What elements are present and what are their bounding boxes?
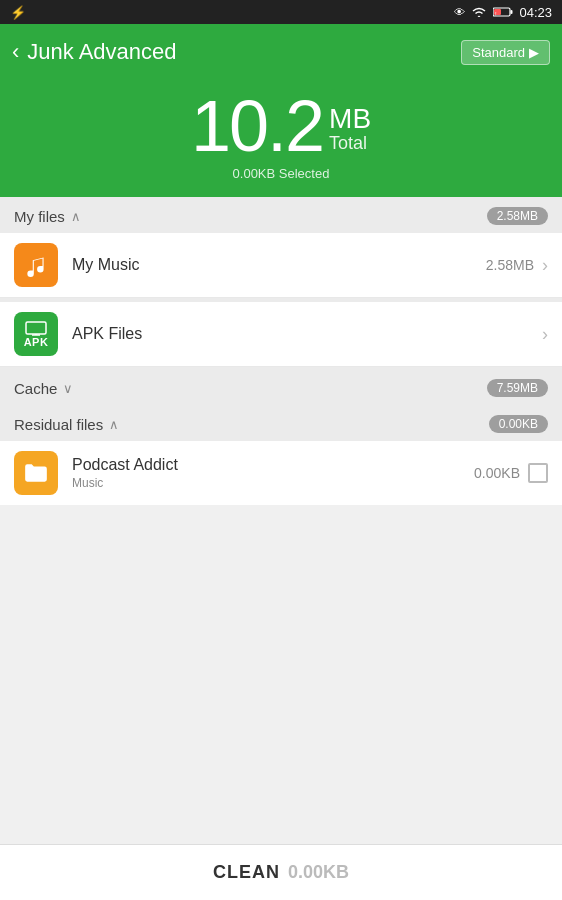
apk-icon: APK (14, 312, 58, 356)
hero-selected-label: 0.00KB Selected (233, 166, 330, 181)
hero-section: 10.2 MB Total 0.00KB Selected (0, 80, 562, 197)
my-music-item[interactable]: My Music 2.58MB › (0, 233, 562, 298)
my-music-name: My Music (72, 256, 486, 274)
hero-total-label: Total (329, 133, 367, 154)
residual-size-badge: 0.00KB (489, 415, 548, 433)
residual-files-section-header[interactable]: Residual files ∧ 0.00KB (0, 405, 562, 441)
apk-files-name: APK Files (72, 325, 542, 343)
apk-files-right: › (542, 324, 548, 345)
podcast-addict-sub: Music (72, 476, 474, 490)
standard-button[interactable]: Standard ▶ (461, 40, 550, 65)
cache-label-group: Cache ∨ (14, 380, 73, 397)
wifi-icon (471, 6, 487, 18)
apk-files-text: APK Files (72, 325, 542, 343)
podcast-addict-size: 0.00KB (474, 465, 520, 481)
apk-chevron-icon: › (542, 324, 548, 345)
cache-chevron: ∨ (63, 381, 73, 396)
clean-button-container[interactable]: CLEAN 0.00KB (0, 844, 562, 900)
my-files-size-badge: 2.58MB (487, 207, 548, 225)
podcast-addict-item[interactable]: Podcast Addict Music 0.00KB (0, 441, 562, 505)
clean-button-label: CLEAN (213, 862, 280, 883)
apk-files-item[interactable]: APK APK Files › (0, 302, 562, 367)
music-note-icon (23, 252, 49, 278)
my-files-chevron: ∧ (71, 209, 81, 224)
my-files-label-group: My files ∧ (14, 208, 81, 225)
residual-label: Residual files (14, 416, 103, 433)
residual-label-group: Residual files ∧ (14, 416, 119, 433)
back-button[interactable]: ‹ (12, 39, 19, 65)
cache-label: Cache (14, 380, 57, 397)
my-music-text: My Music (72, 256, 486, 274)
my-files-label: My files (14, 208, 65, 225)
battery-icon: ! (493, 7, 513, 17)
chevron-right-icon: ▶ (529, 45, 539, 60)
podcast-addict-icon (14, 451, 58, 495)
svg-rect-4 (26, 322, 46, 334)
clean-button-size: 0.00KB (288, 862, 349, 883)
folder-icon (23, 460, 49, 486)
content-area: My files ∧ 2.58MB My Music 2.58MB › AP (0, 197, 562, 505)
hero-number: 10.2 (191, 90, 323, 162)
hero-size-display: 10.2 MB Total (191, 90, 371, 162)
usb-icon: ⚡ (10, 5, 26, 20)
status-bar-left: ⚡ (10, 5, 26, 20)
podcast-addict-checkbox[interactable] (528, 463, 548, 483)
podcast-addict-text: Podcast Addict Music (72, 456, 474, 490)
residual-chevron: ∧ (109, 417, 119, 432)
podcast-addict-right: 0.00KB (474, 463, 548, 483)
cache-size-badge: 7.59MB (487, 379, 548, 397)
status-time: 04:23 (519, 5, 552, 20)
svg-rect-1 (511, 10, 513, 14)
my-music-chevron-icon: › (542, 255, 548, 276)
page-title: Junk Advanced (27, 39, 176, 65)
hero-unit: MB (329, 105, 371, 133)
status-bar: ⚡ 👁 ! 04:23 (0, 0, 562, 24)
header-left: ‹ Junk Advanced (12, 39, 177, 65)
hero-unit-block: MB Total (329, 105, 371, 162)
podcast-addict-name: Podcast Addict (72, 456, 474, 474)
my-music-size: 2.58MB (486, 257, 534, 273)
cache-section-header[interactable]: Cache ∨ 7.59MB (0, 369, 562, 405)
app-header: ‹ Junk Advanced Standard ▶ (0, 24, 562, 80)
my-files-section-header[interactable]: My files ∧ 2.58MB (0, 197, 562, 233)
monitor-icon (25, 321, 47, 337)
apk-label: APK (24, 337, 49, 348)
eye-icon: 👁 (454, 6, 465, 18)
my-music-icon (14, 243, 58, 287)
status-bar-right: 👁 ! 04:23 (454, 5, 552, 20)
my-music-right: 2.58MB › (486, 255, 548, 276)
